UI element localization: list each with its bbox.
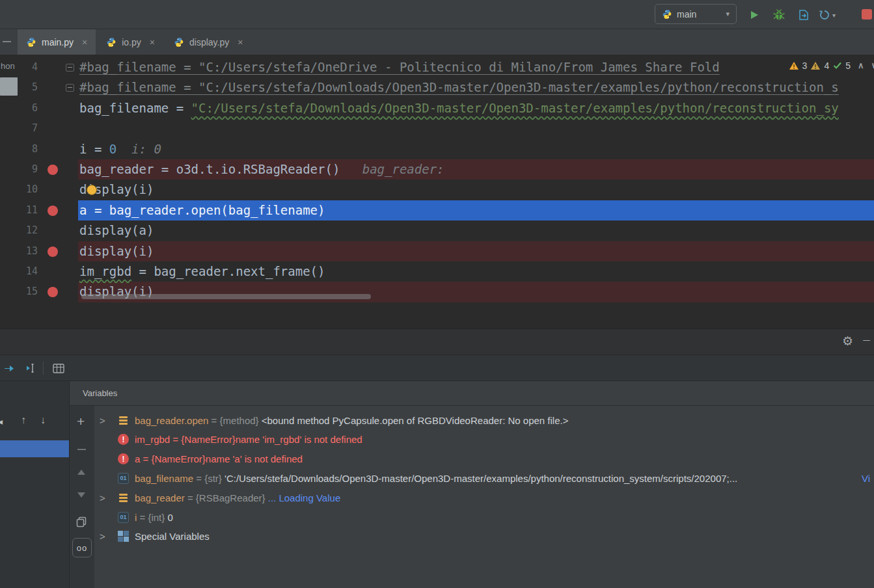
expand-chevron-icon[interactable]: >: [100, 492, 118, 503]
code-text[interactable]: display(i): [79, 282, 154, 302]
move-down-icon[interactable]: [77, 492, 85, 498]
loading-value-link[interactable]: ... Loading Value: [268, 492, 340, 503]
tab-main-py[interactable]: main.py ×: [18, 29, 96, 55]
selected-frame-row[interactable]: [0, 440, 69, 457]
remove-watch-icon[interactable]: [77, 449, 86, 450]
breakpoint-icon[interactable]: [48, 247, 58, 257]
line-number[interactable]: 12: [9, 220, 38, 241]
warning-count[interactable]: 3: [802, 60, 808, 71]
toolbar-separator: [43, 362, 44, 375]
next-problem-icon[interactable]: ∨: [871, 60, 874, 70]
line-number[interactable]: 8: [9, 139, 38, 159]
view-breakpoints-icon[interactable]: [51, 360, 66, 376]
line-number[interactable]: 9: [9, 159, 38, 180]
variable-row[interactable]: >bag_reader.open = {method} <bound metho…: [94, 410, 874, 430]
variable-value: a = {NameError}name 'a' is not defined: [135, 453, 303, 464]
view-link[interactable]: Vi: [862, 473, 870, 484]
variable-row[interactable]: 01bag_filename = {str} 'C:/Users/stefa/D…: [94, 468, 874, 488]
inspections-widget[interactable]: 3 4 5 ∧ ∨: [789, 55, 874, 75]
variable-row[interactable]: !a = {NameError}name 'a' is not defined: [94, 449, 874, 469]
code-text[interactable]: display(a): [79, 220, 154, 241]
line-number[interactable]: 7: [9, 118, 38, 139]
watch-toggle-button[interactable]: oo: [72, 538, 92, 557]
editor-line-8[interactable]: 8i = 0 i: 0: [0, 139, 874, 159]
close-icon[interactable]: ×: [238, 37, 243, 47]
editor-horizontal-scrollbar[interactable]: [81, 294, 371, 299]
run-config-select[interactable]: main ▾: [655, 4, 737, 24]
editor-line-12[interactable]: 12display(a): [0, 220, 874, 241]
line-number[interactable]: 14: [9, 261, 38, 282]
run-with-coverage-button[interactable]: [795, 7, 812, 23]
editor-line-15[interactable]: 15display(i): [0, 282, 874, 302]
settings-gear-icon[interactable]: ⚙: [842, 334, 853, 349]
editor-line-7[interactable]: 7: [0, 118, 874, 139]
code-text[interactable]: bag_reader = o3d.t.io.RSBagReader() bag_…: [79, 159, 444, 180]
weak-warning-count[interactable]: 4: [824, 60, 829, 71]
line-number[interactable]: 15: [9, 282, 38, 302]
variable-row[interactable]: !im_rgbd = {NameError}name 'im_rgbd' is …: [94, 430, 874, 449]
hide-tabs-icon[interactable]: [3, 41, 11, 42]
editor-line-5[interactable]: 5#bag_filename = "C:/Users/stefa/Downloa…: [0, 77, 874, 98]
line-number[interactable]: 11: [9, 200, 38, 220]
num-icon: 01: [118, 512, 129, 523]
duplicate-icon[interactable]: [76, 516, 87, 530]
code-token: bag_reader:: [340, 162, 444, 176]
editor-lines: 4#bag_filename = "C:/Users/stefa/OneDriv…: [0, 55, 874, 328]
line-number[interactable]: 10: [9, 180, 38, 200]
expand-chevron-icon[interactable]: >: [100, 415, 118, 426]
close-icon[interactable]: ×: [82, 37, 87, 47]
run-to-cursor-icon[interactable]: [21, 360, 36, 376]
tab-io-py[interactable]: io.py ×: [98, 29, 163, 55]
variable-row[interactable]: >Special Variables: [94, 527, 874, 546]
python-logo-icon: [662, 9, 672, 20]
breakpoint-icon[interactable]: [48, 165, 58, 175]
frame-down-icon[interactable]: ↓: [40, 414, 46, 426]
editor-line-4[interactable]: 4#bag_filename = "C:/Users/stefa/OneDriv…: [0, 57, 874, 77]
show-execution-point-icon[interactable]: [1, 360, 17, 376]
code-text[interactable]: display(i): [79, 241, 154, 261]
run-button[interactable]: [746, 7, 763, 23]
fold-marker-icon[interactable]: [66, 84, 74, 92]
fold-marker-icon[interactable]: [66, 64, 74, 72]
code-editor[interactable]: hon 4#bag_filename = "C:/Users/stefa/One…: [0, 55, 874, 328]
code-text[interactable]: i = 0 i: 0: [79, 139, 161, 159]
collapse-icon[interactable]: ◂: [0, 416, 3, 427]
profiler-button[interactable]: ▾: [815, 7, 840, 23]
code-text[interactable]: #bag_filename = "C:/Users/stefa/Download…: [79, 77, 839, 98]
play-icon: [748, 9, 760, 21]
editor-line-9[interactable]: 9bag_reader = o3d.t.io.RSBagReader() bag…: [0, 159, 874, 180]
line-number[interactable]: 13: [9, 241, 38, 261]
ok-count[interactable]: 5: [845, 60, 851, 71]
close-icon[interactable]: ×: [150, 37, 155, 47]
add-watch-icon[interactable]: +: [77, 414, 85, 429]
breakpoint-icon[interactable]: [48, 287, 58, 297]
editor-line-11[interactable]: 11a = bag_reader.open(bag_filename): [0, 200, 874, 220]
frames-panel[interactable]: ◂ ↑ ↓: [0, 381, 70, 588]
code-text[interactable]: im_rgbd = bag_reader.next_frame(): [79, 261, 325, 282]
gutter-highlight-block: [0, 77, 18, 96]
tab-display-py[interactable]: display.py ×: [165, 29, 251, 55]
stop-button[interactable]: [862, 9, 872, 20]
move-up-icon[interactable]: [77, 470, 85, 475]
variables-side-toolbar: + oo: [70, 406, 94, 588]
tool-window-stripe-text[interactable]: hon: [1, 61, 15, 71]
editor-line-13[interactable]: 13display(i): [0, 241, 874, 261]
variable-row[interactable]: >bag_reader = {RSBagReader} ... Loading …: [94, 488, 874, 507]
hide-panel-icon[interactable]: ─: [863, 334, 870, 345]
line-number[interactable]: 6: [9, 98, 38, 118]
code-text[interactable]: #bag_filename = "C:/Users/stefa/OneDrive…: [79, 57, 720, 77]
code-text[interactable]: bag_filename = "C:/Users/stefa/Downloads…: [79, 98, 839, 118]
tab-label: io.py: [122, 37, 141, 47]
variable-row[interactable]: 01i = {int} 0: [94, 507, 874, 527]
frame-up-icon[interactable]: ↑: [21, 414, 26, 426]
ok-check-icon: [832, 61, 842, 70]
variables-list[interactable]: >bag_reader.open = {method} <bound metho…: [94, 406, 874, 588]
prev-problem-icon[interactable]: ∧: [858, 60, 864, 70]
breakpoint-icon[interactable]: [48, 206, 58, 216]
editor-line-6[interactable]: 6bag_filename = "C:/Users/stefa/Download…: [0, 98, 874, 118]
editor-line-10[interactable]: 10display(i): [0, 180, 874, 200]
debug-button[interactable]: [771, 7, 787, 23]
expand-chevron-icon[interactable]: >: [100, 531, 118, 542]
editor-line-14[interactable]: 14im_rgbd = bag_reader.next_frame(): [0, 261, 874, 282]
code-text[interactable]: a = bag_reader.open(bag_filename): [79, 200, 325, 220]
